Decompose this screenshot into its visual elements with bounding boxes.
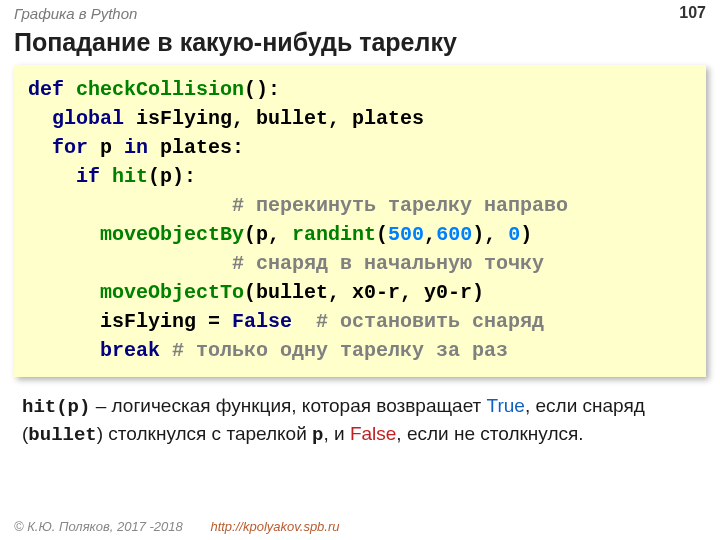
page-title: Попадание в какую-нибудь тарелку (0, 24, 720, 65)
header-subject: Графика в Python (14, 5, 137, 22)
page-number: 107 (679, 4, 706, 22)
footer-url: http://kpolyakov.spb.ru (210, 519, 339, 534)
code-line: # перекинуть тарелку направо (28, 191, 692, 220)
code-line: # снаряд в начальную точку (28, 249, 692, 278)
code-line: if hit(p): (28, 162, 692, 191)
slide-footer: © К.Ю. Поляков, 2017 -2018 http://kpolya… (14, 519, 340, 534)
code-line: global isFlying, bullet, plates (28, 104, 692, 133)
code-line: moveObjectBy(p, randint(500,600), 0) (28, 220, 692, 249)
code-ref: hit(p) (22, 396, 90, 418)
explanation-text: hit(p) – логическая функция, которая воз… (0, 377, 720, 448)
code-line: def checkCollision(): (28, 75, 692, 104)
false-word: False (350, 423, 396, 444)
code-line: isFlying = False # остановить снаряд (28, 307, 692, 336)
slide-header: Графика в Python 107 (0, 0, 720, 24)
code-block: def checkCollision(): global isFlying, b… (14, 65, 706, 377)
true-word: True (487, 395, 525, 416)
code-line: break # только одну тарелку за раз (28, 336, 692, 365)
copyright: © К.Ю. Поляков, 2017 -2018 (14, 519, 183, 534)
code-line: for p in plates: (28, 133, 692, 162)
code-line: moveObjectTo(bullet, x0-r, y0-r) (28, 278, 692, 307)
